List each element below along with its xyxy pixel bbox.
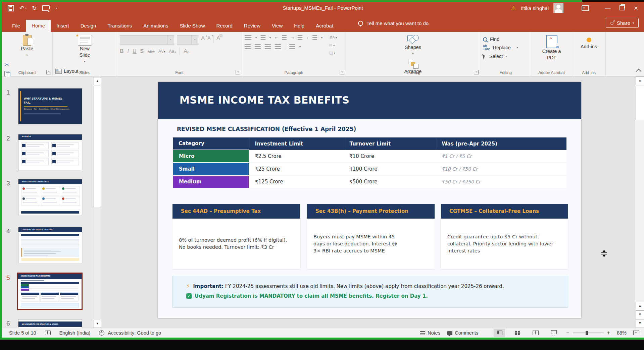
tab-record[interactable]: Record xyxy=(210,20,238,32)
tab-transitions[interactable]: Transitions xyxy=(102,20,138,32)
scroll-down-button[interactable]: ▼ xyxy=(636,319,644,328)
share-button[interactable]: Share ▾ xyxy=(606,18,639,28)
find-button[interactable]: Find xyxy=(483,37,528,42)
main-scrollbar[interactable]: ▲ ▲ ▼ ▼ xyxy=(635,76,644,328)
zoom-slider-thumb[interactable] xyxy=(586,331,588,335)
previous-slide-button[interactable]: ▲ xyxy=(636,302,644,310)
tab-help[interactable]: Help xyxy=(288,20,310,32)
font-size-dropdown-icon[interactable]: ▾ xyxy=(191,36,198,44)
bold-button[interactable]: B xyxy=(120,48,124,54)
tab-design[interactable]: Design xyxy=(75,20,102,32)
paragraph-dialog-launcher[interactable]: ↘ xyxy=(340,70,344,74)
thumbnail-slide-6[interactable]: MCA BENEFITS FOR STARTUPS & MSMES xyxy=(18,319,82,328)
card-cgtmse[interactable]: CGTMSE – Collateral-Free Loans Credit gu… xyxy=(441,204,568,269)
shapes-button[interactable]: Shapes▾ xyxy=(349,34,477,58)
change-case-button[interactable]: Aa▾ xyxy=(169,49,176,54)
tab-file[interactable]: File xyxy=(6,20,26,32)
font-name-field[interactable] xyxy=(120,36,167,44)
clear-formatting-button[interactable]: A⌫ xyxy=(216,35,220,45)
reading-view-button[interactable] xyxy=(530,329,541,337)
fit-slide-button[interactable] xyxy=(633,331,639,335)
tab-animations[interactable]: Animations xyxy=(138,20,174,32)
create-pdf-button[interactable]: Create a PDF xyxy=(534,34,569,62)
add-ins-button[interactable]: Add-ins xyxy=(575,34,603,51)
cut-button[interactable]: ✂ xyxy=(4,61,50,68)
minimize-button[interactable]: — xyxy=(603,5,612,11)
align-left-button[interactable] xyxy=(245,44,251,49)
thumbnail-slide-3[interactable]: WHY STARTUPS & MSMES FAIL xyxy=(18,179,82,215)
slide-title-bar[interactable]: MSME INCOME TAX BENEFITS xyxy=(158,82,581,119)
drawing-dialog-launcher[interactable]: ↘ xyxy=(474,70,479,74)
shrink-font-button[interactable]: A▾ xyxy=(207,35,210,45)
thumbnail-slide-2[interactable]: AGENDA xyxy=(18,134,82,170)
tab-home[interactable]: Home xyxy=(26,20,51,32)
columns-button[interactable] xyxy=(289,44,295,49)
clipboard-dialog-launcher[interactable]: ↘ xyxy=(46,70,51,74)
bullets-button[interactable] xyxy=(245,35,251,40)
text-direction-button[interactable]: ⇵A ▾ xyxy=(329,35,337,40)
align-center-button[interactable] xyxy=(255,44,261,49)
classification-table[interactable]: Category Investment Limit Turnover Limit… xyxy=(172,137,566,188)
thumbnail-scroll-up-button[interactable]: ▲ xyxy=(94,77,101,85)
normal-view-button[interactable] xyxy=(494,329,505,337)
slide-title[interactable]: MSME INCOME TAX BENEFITS xyxy=(180,94,349,106)
tab-acrobat[interactable]: Acrobat xyxy=(310,20,339,32)
important-note-box[interactable]: ⚡ Important: FY 2024-25 assessments stil… xyxy=(172,276,568,308)
new-slide-button[interactable]: ✶ New Slide▾ xyxy=(55,34,114,66)
slide-sorter-button[interactable] xyxy=(512,329,523,337)
font-color-button[interactable]: A▾ xyxy=(184,48,189,54)
italic-button[interactable]: I xyxy=(128,48,129,54)
ribbon-display-options-button[interactable] xyxy=(582,5,589,11)
zoom-slider[interactable] xyxy=(573,333,604,333)
tab-review[interactable]: Review xyxy=(238,20,266,32)
tab-slide-show[interactable]: Slide Show xyxy=(174,20,210,32)
slide-canvas[interactable]: MSME INCOME TAX BENEFITS REVISED MSME CL… xyxy=(158,82,581,318)
thumbnail-slide-4[interactable]: CHOOSING THE RIGHT STRUCTURE xyxy=(18,227,82,263)
text-shadow-button[interactable]: S xyxy=(140,48,144,54)
font-dialog-launcher[interactable]: ↘ xyxy=(236,70,240,74)
font-name-combo[interactable]: ▾ xyxy=(120,35,174,45)
slideshow-view-button[interactable] xyxy=(548,329,559,337)
next-slide-button[interactable]: ▼ xyxy=(636,310,644,319)
thumbnail-scrollbar[interactable]: ▲ ▼ xyxy=(93,77,100,328)
card-sec-44ad[interactable]: Sec 44AD – Presumptive Tax 8% of turnove… xyxy=(172,204,300,269)
align-right-button[interactable] xyxy=(265,44,271,49)
font-size-combo[interactable]: ▾ xyxy=(177,35,198,45)
thumbnail-scrollbar-thumb[interactable] xyxy=(94,86,101,207)
accessibility-icon[interactable] xyxy=(99,330,104,336)
zoom-out-button[interactable]: − xyxy=(566,330,569,336)
slide-indicator[interactable]: Slide 5 of 10 xyxy=(9,330,36,336)
font-size-field[interactable] xyxy=(177,36,191,44)
align-text-button[interactable]: ⊞ ▾ xyxy=(329,43,337,47)
numbering-button[interactable] xyxy=(261,35,265,40)
character-spacing-button[interactable]: A̲V̲▾ xyxy=(158,49,165,54)
notes-button[interactable]: Notes xyxy=(420,330,440,336)
thumbnail-slide-1[interactable]: WHY STARTUPS & MSMEs FAIL Structure • Ta… xyxy=(18,88,82,124)
zoom-level[interactable]: 88% xyxy=(617,330,627,336)
font-name-dropdown-icon[interactable]: ▾ xyxy=(167,36,174,44)
restore-button[interactable] xyxy=(617,4,627,12)
thumbnail-scroll-down-button[interactable]: ▼ xyxy=(94,320,101,328)
section-heading[interactable]: REVISED MSME CLASSIFICATION (Effective 1… xyxy=(177,126,356,132)
underline-button[interactable]: U xyxy=(133,48,137,54)
grow-font-button[interactable]: A▴ xyxy=(201,35,205,45)
tab-insert[interactable]: Insert xyxy=(51,20,75,32)
accessibility-status[interactable]: Accessibility: Good to go xyxy=(108,330,161,336)
paste-button[interactable]: Paste▾ xyxy=(4,34,50,59)
language-indicator[interactable]: English (India) xyxy=(59,330,91,336)
zoom-in-button[interactable]: + xyxy=(607,330,610,336)
select-button[interactable]: Select▾ xyxy=(483,53,528,59)
close-button[interactable]: × xyxy=(631,4,641,12)
avatar[interactable] xyxy=(553,3,563,13)
smartart-button[interactable]: ◫ ▾ xyxy=(329,51,337,55)
scroll-up-button[interactable]: ▲ xyxy=(636,76,644,85)
thumbnail-slide-5-selected[interactable]: MSME INCOME TAX BENEFITS xyxy=(17,273,83,310)
strikethrough-button[interactable]: abe xyxy=(147,49,155,54)
account-name[interactable]: ritika singhal xyxy=(521,5,549,11)
collapse-ribbon-button[interactable] xyxy=(636,69,642,74)
decrease-indent-button[interactable]: ⇤ xyxy=(275,36,278,40)
replace-button[interactable]: ab⇢ac Replace▾ xyxy=(483,45,528,51)
spellcheck-icon[interactable] xyxy=(45,331,51,335)
tab-view[interactable]: View xyxy=(266,20,288,32)
warning-icon[interactable]: ⚠ xyxy=(511,5,516,12)
